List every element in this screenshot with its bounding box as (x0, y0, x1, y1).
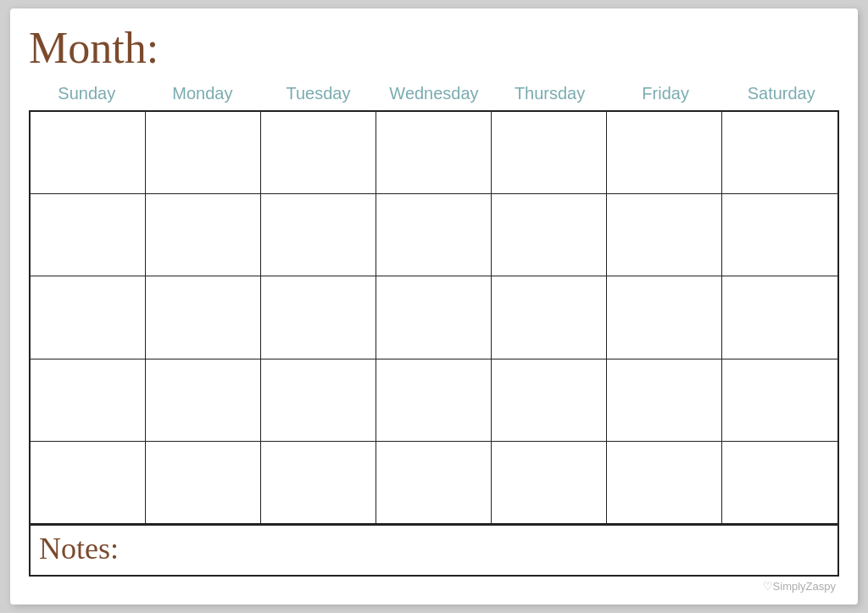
calendar-cell[interactable] (492, 442, 607, 524)
month-title: Month: (29, 24, 839, 72)
calendar-cell[interactable] (492, 359, 607, 442)
calendar-cell[interactable] (607, 194, 722, 276)
calendar-cell[interactable] (492, 194, 607, 276)
calendar-cell[interactable] (261, 442, 376, 524)
calendar-cell[interactable] (31, 359, 146, 442)
calendar-cell[interactable] (31, 112, 146, 194)
day-header-sunday: Sunday (29, 81, 145, 107)
calendar-cell[interactable] (376, 194, 492, 276)
notes-label: Notes: (39, 531, 119, 566)
watermark-text: SimplyZaspy (773, 580, 836, 593)
notes-section: Notes: (29, 526, 839, 577)
calendar-cell[interactable] (492, 112, 607, 194)
calendar-cell[interactable] (722, 194, 837, 276)
calendar-grid (29, 110, 839, 526)
calendar-cell[interactable] (722, 359, 837, 442)
calendar-cell[interactable] (146, 112, 261, 194)
calendar-cell[interactable] (607, 442, 722, 524)
calendar-cell[interactable] (607, 359, 722, 442)
calendar-cell[interactable] (261, 359, 376, 442)
calendar-cell[interactable] (376, 442, 492, 524)
day-header-wednesday: Wednesday (376, 81, 492, 107)
calendar-cell[interactable] (146, 442, 261, 524)
calendar-cell[interactable] (376, 359, 492, 442)
calendar-cell[interactable] (31, 194, 146, 276)
calendar-cell[interactable] (261, 194, 376, 276)
day-headers-row: SundayMondayTuesdayWednesdayThursdayFrid… (29, 81, 839, 107)
calendar-cell[interactable] (146, 359, 261, 442)
calendar-page: Month: SundayMondayTuesdayWednesdayThurs… (10, 8, 858, 605)
calendar-cell[interactable] (607, 276, 722, 359)
calendar-cell[interactable] (376, 276, 492, 359)
calendar-cell[interactable] (31, 442, 146, 524)
calendar-cell[interactable] (722, 112, 837, 194)
day-header-thursday: Thursday (492, 81, 608, 107)
calendar-cell[interactable] (492, 276, 607, 359)
calendar-cell[interactable] (607, 112, 722, 194)
day-header-monday: Monday (145, 81, 261, 107)
day-header-tuesday: Tuesday (260, 81, 376, 107)
calendar-cell[interactable] (146, 276, 261, 359)
calendar-cell[interactable] (376, 112, 492, 194)
calendar-cell[interactable] (261, 276, 376, 359)
calendar-cell[interactable] (722, 442, 837, 524)
calendar-cell[interactable] (31, 276, 146, 359)
day-header-friday: Friday (608, 81, 724, 107)
day-header-saturday: Saturday (723, 81, 839, 107)
watermark: ♡SimplyZaspy (29, 580, 839, 593)
calendar-cell[interactable] (146, 194, 261, 276)
watermark-heart: ♡ (763, 580, 773, 593)
calendar-cell[interactable] (722, 276, 837, 359)
calendar-cell[interactable] (261, 112, 376, 194)
